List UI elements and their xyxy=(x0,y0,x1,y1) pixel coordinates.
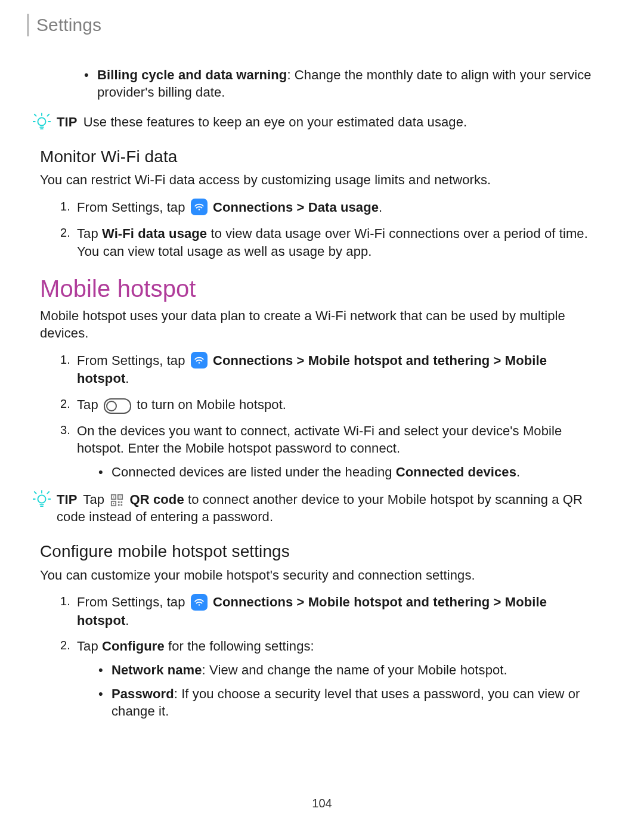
step-monitor-2: Tap Wi-Fi data usage to view data usage … xyxy=(60,225,599,260)
step-end: . xyxy=(379,200,382,215)
para-hotspot-intro: Mobile hotspot uses your data plan to cr… xyxy=(40,307,599,342)
sub-bullet-password: Password: If you choose a security level… xyxy=(98,685,599,720)
steps-configure: From Settings, tap Connections > Mobile … xyxy=(60,593,599,720)
step-configure-2: Tap Configure for the following settings… xyxy=(60,637,599,720)
svg-rect-21 xyxy=(120,496,121,497)
svg-line-4 xyxy=(35,114,36,116)
tip-body: Use these features to keep an eye on you… xyxy=(83,114,467,129)
header-title: Settings xyxy=(36,13,101,38)
svg-point-8 xyxy=(199,209,200,210)
step-text-a: Tap xyxy=(77,226,102,241)
svg-line-15 xyxy=(47,491,49,493)
svg-line-5 xyxy=(47,114,49,116)
bullet-icon xyxy=(98,661,112,679)
sub-bullet-network-name: Network name: View and change the name o… xyxy=(98,661,599,679)
tip-bold: QR code xyxy=(130,492,184,507)
step-monitor-1: From Settings, tap Connections > Data us… xyxy=(60,199,599,216)
svg-rect-23 xyxy=(113,503,114,504)
bullet-label: Billing cycle and data warning xyxy=(97,67,287,82)
step-nav: Connections > Data usage xyxy=(213,200,379,215)
step-text-pre: From Settings, tap xyxy=(77,200,185,215)
header-rule xyxy=(27,14,29,36)
svg-rect-24 xyxy=(118,501,120,503)
step-text-post: to turn on Mobile hotspot. xyxy=(137,397,286,412)
wifi-icon xyxy=(191,594,208,611)
tip-pre: Tap xyxy=(83,492,104,507)
sub-bullet-connected: Connected devices are listed under the h… xyxy=(98,463,599,481)
lightbulb-icon xyxy=(33,112,51,130)
step-hotspot-2: Tap to turn on Mobile hotspot. xyxy=(60,396,599,414)
svg-rect-27 xyxy=(121,504,123,506)
svg-rect-25 xyxy=(121,501,123,503)
steps-monitor: From Settings, tap Connections > Data us… xyxy=(60,199,599,261)
step-text-b: for the following settings: xyxy=(165,639,314,654)
sub-label: Network name xyxy=(112,662,202,677)
svg-point-9 xyxy=(199,362,200,363)
step-bold: Wi-Fi data usage xyxy=(102,226,207,241)
sub-b: Connected devices xyxy=(396,465,516,479)
bullet-icon xyxy=(98,685,112,720)
step-end: . xyxy=(125,371,129,386)
qr-code-icon xyxy=(110,493,124,507)
step-bold: Configure xyxy=(102,639,165,654)
heading-configure: Configure mobile hotspot settings xyxy=(40,540,599,563)
sub-rest: : View and change the name of your Mobil… xyxy=(202,662,507,677)
wifi-icon xyxy=(191,352,208,368)
svg-rect-26 xyxy=(118,504,120,506)
step-hotspot-1: From Settings, tap Connections > Mobile … xyxy=(60,352,599,388)
bullet-billing: Billing cycle and data warning: Change t… xyxy=(84,66,599,101)
svg-line-14 xyxy=(35,491,36,493)
tip-text: TIP Use these features to keep an eye on… xyxy=(57,113,599,131)
heading-monitor-wifi: Monitor Wi-Fi data xyxy=(40,145,599,168)
svg-point-28 xyxy=(199,604,200,605)
wifi-icon xyxy=(191,199,208,215)
bullet-text: Connected devices are listed under the h… xyxy=(112,463,599,481)
step-text-a: Tap xyxy=(77,639,102,654)
svg-point-10 xyxy=(38,495,45,503)
step-configure-1: From Settings, tap Connections > Mobile … xyxy=(60,593,599,629)
bullet-text: Billing cycle and data warning: Change t… xyxy=(97,66,599,101)
toggle-off-icon xyxy=(104,398,131,414)
tip-qr-code: TIP Tap xyxy=(33,491,599,526)
page-number: 104 xyxy=(0,795,644,812)
tip-text: TIP Tap xyxy=(57,491,599,526)
bullet-text: Password: If you choose a security level… xyxy=(112,685,599,720)
tip-label: TIP xyxy=(57,114,78,129)
step-text-pre: From Settings, tap xyxy=(77,594,185,609)
steps-hotspot: From Settings, tap Connections > Mobile … xyxy=(60,352,599,481)
sub-rest: : If you choose a security level that us… xyxy=(112,686,580,719)
step-text-pre: Tap xyxy=(77,397,98,412)
bullet-icon xyxy=(98,463,112,481)
tip-data-usage: TIP Use these features to keep an eye on… xyxy=(33,113,599,131)
bullet-icon xyxy=(84,66,97,101)
sub-c: . xyxy=(516,465,520,479)
para-monitor-intro: You can restrict Wi-Fi data access by cu… xyxy=(40,171,599,189)
step-text: On the devices you want to connect, acti… xyxy=(77,423,562,456)
step-end: . xyxy=(125,613,129,628)
lightbulb-icon xyxy=(33,490,51,507)
page-content: Billing cycle and data warning: Change t… xyxy=(45,38,599,721)
sub-a: Connected devices are listed under the h… xyxy=(112,465,396,479)
bullet-text: Network name: View and change the name o… xyxy=(112,661,599,679)
page-header: Settings xyxy=(27,0,599,38)
step-text-pre: From Settings, tap xyxy=(77,353,185,368)
tip-label: TIP xyxy=(57,492,78,507)
sub-label: Password xyxy=(112,686,174,701)
svg-point-0 xyxy=(38,117,45,125)
heading-mobile-hotspot: Mobile hotspot xyxy=(40,272,599,305)
svg-rect-19 xyxy=(113,496,114,497)
para-configure-intro: You can customize your mobile hotspot's … xyxy=(40,566,599,584)
step-hotspot-3: On the devices you want to connect, acti… xyxy=(60,422,599,481)
